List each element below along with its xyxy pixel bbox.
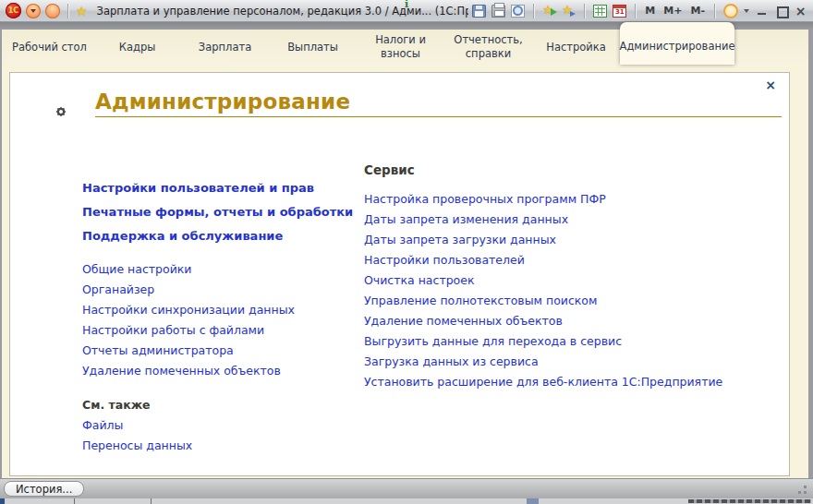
client-area: × Администрирование Настройк — [2, 65, 808, 478]
background-fragment — [151, 498, 152, 504]
list-item: Файлы — [82, 414, 364, 435]
close-icon[interactable]: × — [765, 78, 776, 91]
nav-link[interactable]: Файлы — [82, 418, 123, 432]
tab-label: Отчетность, справки — [447, 33, 529, 61]
service-links: Настройка проверочных программ ПФРДаты з… — [364, 188, 782, 391]
list-item: Настройки синхронизации данных — [82, 299, 364, 319]
left-column: Настройки пользователей и правПечатные ф… — [82, 162, 364, 455]
gear-icon[interactable] — [55, 104, 67, 122]
nav-link[interactable]: Даты запрета загрузки данных — [364, 233, 556, 246]
list-item: Поддержка и обслуживание — [82, 223, 364, 247]
section-tab[interactable]: Налоги и взносы — [357, 30, 444, 65]
background-fragment — [0, 498, 5, 504]
see-also-header: См. также — [82, 395, 364, 414]
list-item: Печатные формы, отчеты и обработки — [82, 199, 364, 223]
nav-link[interactable]: Печатные формы, отчеты и обработки — [82, 205, 353, 219]
title-bar-toolbar: 31 MM+M- × — [472, 4, 807, 18]
panel-columns: Настройки пользователей и правПечатные ф… — [55, 162, 782, 455]
service-header: Сервис — [364, 162, 782, 177]
title-bar: 1С ★ Зарплата и управление персоналом, р… — [0, 0, 813, 22]
nav-link[interactable]: Настройка проверочных программ ПФР — [364, 192, 606, 206]
list-item: Выгрузить данные для перехода в сервис — [364, 330, 782, 351]
list-item: Управление полнотекстовым поиском — [364, 290, 782, 310]
administration-panel: × Администрирование Настройк — [9, 72, 790, 476]
primary-links: Настройки пользователей и правПечатные ф… — [82, 175, 364, 247]
section-tab[interactable]: Администрирование — [620, 22, 734, 65]
background-window-edge — [0, 498, 813, 504]
tab-label: Кадры — [119, 41, 156, 54]
list-item: Очистка настроек — [364, 270, 782, 290]
resize-grip-icon[interactable] — [795, 483, 807, 494]
nav-link[interactable]: Переносы данных — [82, 438, 192, 452]
list-item: Настройки пользователей — [364, 249, 782, 270]
section-tab[interactable]: Кадры — [93, 30, 181, 65]
page-title: Администрирование — [95, 90, 782, 114]
nav-link[interactable]: Удаление помеченных объектов — [82, 364, 281, 378]
list-item: Удаление помеченных объектов — [82, 360, 364, 380]
history-button[interactable]: История... — [4, 481, 84, 497]
list-item: Органайзер — [82, 279, 364, 299]
background-fragment — [74, 498, 75, 504]
panel-header: Администрирование — [55, 90, 782, 122]
section-tabs: Рабочий стол Кадры Зарплата Выплаты Нало… — [2, 30, 808, 65]
list-item: Даты запрета изменения данных — [364, 209, 782, 229]
nav-link[interactable]: Общие настройки — [82, 262, 191, 276]
close-window-button[interactable]: × — [794, 5, 807, 18]
section-tab[interactable]: Выплаты — [269, 30, 357, 65]
tab-label: Выплаты — [287, 41, 338, 54]
see-also-links: ФайлыПереносы данных — [82, 414, 364, 455]
info-icon[interactable] — [723, 4, 738, 18]
secondary-links: Общие настройкиОрганайзерНастройки синхр… — [82, 258, 364, 380]
list-item: Настройки пользователей и прав — [82, 175, 364, 199]
nav-link[interactable]: Очистка настроек — [364, 273, 475, 287]
nav-link[interactable]: Поддержка и обслуживание — [82, 229, 283, 243]
list-item: Настройка проверочных программ ПФР — [364, 188, 782, 209]
app-window: 1С ★ Зарплата и управление персоналом, р… — [0, 0, 813, 504]
list-item: Загрузка данных из сервиса — [364, 351, 782, 371]
nav-link[interactable]: Загрузка данных из сервиса — [364, 354, 539, 368]
nav-link[interactable]: Управление полнотекстовым поиском — [364, 294, 597, 307]
tab-label: Настройка — [546, 41, 606, 54]
nav-link[interactable]: Удаление помеченных объектов — [364, 314, 563, 328]
section-tab[interactable]: Рабочий стол — [6, 30, 93, 65]
nav-link[interactable]: Настройки пользователей — [364, 253, 525, 267]
nav-link[interactable]: Выгрузить данные для перехода в сервис — [364, 334, 622, 348]
status-bar: История... — [0, 478, 813, 498]
nav-link[interactable]: Отчеты администратора — [82, 343, 234, 357]
list-item: Удаление помеченных объектов — [364, 310, 782, 330]
nav-link[interactable]: Органайзер — [82, 282, 154, 296]
list-item: Даты запрета загрузки данных — [364, 229, 782, 249]
nav-link[interactable]: Настройки синхронизации данных — [82, 303, 295, 317]
section-tab[interactable]: Настройка — [532, 30, 620, 65]
list-item: Установить расширение для веб-клиента 1С… — [364, 371, 782, 391]
right-column: Сервис Настройка проверочных программ ПФ… — [364, 162, 782, 391]
section-tab[interactable]: Отчетность, справки — [444, 30, 532, 65]
background-fragment — [527, 498, 539, 504]
tab-label: Администрирование — [620, 40, 735, 54]
nav-link[interactable]: Даты запрета изменения данных — [364, 212, 568, 226]
tab-label: Зарплата — [199, 41, 251, 54]
list-item: Общие настройки — [82, 258, 364, 279]
heading-underline: Администрирование — [95, 90, 782, 117]
nav-link[interactable]: Настройки пользователей и прав — [82, 181, 314, 195]
tab-label: Рабочий стол — [12, 41, 87, 54]
maximize-button[interactable] — [774, 5, 788, 18]
list-item: Настройки работы с файлами — [82, 319, 364, 340]
list-item: Отчеты администратора — [82, 340, 364, 360]
nav-link[interactable]: Установить расширение для веб-клиента 1С… — [364, 375, 722, 389]
nav-link[interactable]: Настройки работы с файлами — [82, 323, 264, 337]
tab-label: Налоги и взносы — [359, 33, 442, 61]
section-tab[interactable]: Зарплата — [181, 30, 269, 65]
background-fragment — [688, 499, 811, 503]
minimize-button[interactable] — [755, 5, 769, 18]
list-item: Переносы данных — [82, 435, 364, 455]
